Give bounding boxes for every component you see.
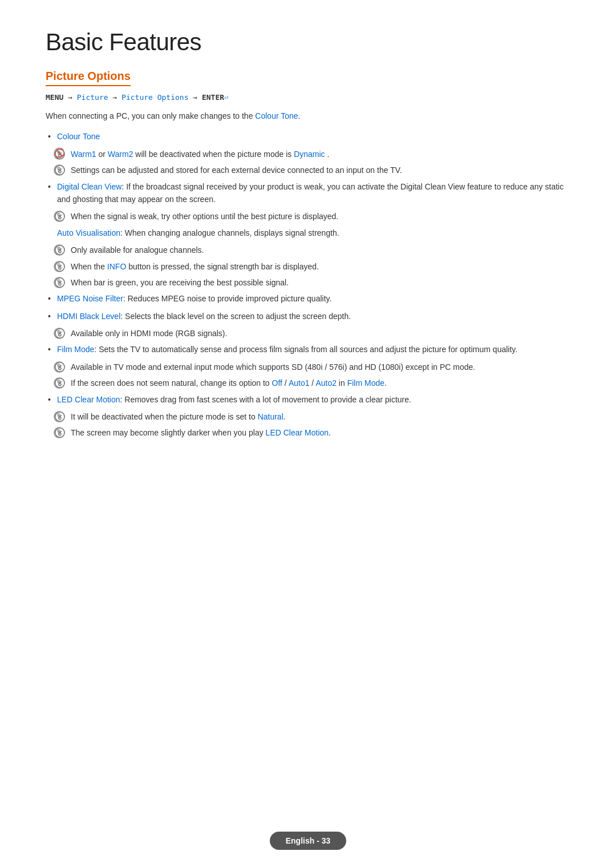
svg-point-16 bbox=[54, 378, 64, 388]
sep1: / bbox=[282, 378, 289, 388]
note-text-film-available: Available in TV mode and external input … bbox=[71, 362, 475, 372]
film-mode-ref-link[interactable]: Film Mode bbox=[347, 378, 384, 388]
intro-period: . bbox=[298, 111, 301, 120]
digital-clean-view-text: : If the broadcast signal received by yo… bbox=[57, 182, 564, 204]
auto-vis-text: : When changing analogue channels, displ… bbox=[120, 228, 339, 237]
auto-vis-link[interactable]: Auto Visualisation bbox=[57, 228, 120, 237]
svg-point-8 bbox=[54, 261, 64, 272]
note-pencil-icon-6 bbox=[54, 277, 65, 288]
bullet-led-clear-motion: LED Clear Motion: Removes drag from fast… bbox=[46, 393, 570, 406]
note-pencil-icon-9 bbox=[54, 377, 65, 389]
intro-text-before: When connecting a PC, you can only make … bbox=[46, 111, 253, 120]
auto2-link[interactable]: Auto2 bbox=[315, 378, 337, 388]
note-deactivated: will be deactivated when the picture mod… bbox=[135, 150, 294, 159]
film-mode-link[interactable]: Film Mode bbox=[57, 345, 94, 354]
auto1-link[interactable]: Auto1 bbox=[289, 378, 310, 388]
note-text-led-darker-before: The screen may become slightly darker wh… bbox=[71, 428, 266, 437]
section-title: Picture Options bbox=[46, 70, 131, 86]
svg-point-14 bbox=[54, 362, 64, 372]
note-bar-green: When bar is green, you are receiving the… bbox=[46, 276, 570, 289]
led-clear-motion-ref-link[interactable]: LED Clear Motion bbox=[266, 428, 329, 437]
svg-point-4 bbox=[54, 211, 64, 221]
svg-point-6 bbox=[54, 245, 64, 255]
note-text-natural-before: If the screen does not seem natural, cha… bbox=[71, 378, 272, 388]
note-period-1: . bbox=[327, 150, 330, 159]
menu-path: MENU → Picture → Picture Options → ENTER… bbox=[46, 93, 570, 102]
note-text-settings: Settings can be adjusted and stored for … bbox=[71, 166, 402, 175]
arrow-icon-2: → bbox=[112, 93, 121, 102]
info-link[interactable]: INFO bbox=[107, 262, 126, 271]
note-film-natural: If the screen does not seem natural, cha… bbox=[46, 377, 570, 389]
dynamic-link[interactable]: Dynamic bbox=[294, 150, 325, 159]
bullet-mpeg-noise: MPEG Noise Filter: Reduces MPEG noise to… bbox=[46, 292, 570, 305]
svg-point-0 bbox=[54, 149, 64, 159]
note-warm1-warm2: 🚫 Warm1 or Warm2 will be deactivated whe… bbox=[46, 148, 570, 160]
note-text-info-before: When the bbox=[71, 262, 107, 271]
intro-colour-tone-link[interactable]: Colour Tone bbox=[255, 111, 298, 120]
arrow-icon: → bbox=[68, 93, 77, 102]
note-pencil-icon-7 bbox=[54, 328, 65, 339]
mpeg-noise-text: : Reduces MPEG noise to provide improved… bbox=[123, 294, 331, 303]
note-info-button: When the INFO button is pressed, the sig… bbox=[46, 260, 570, 273]
note-text-led-darker-end: . bbox=[329, 428, 331, 437]
page-footer: English - 33 bbox=[0, 832, 616, 850]
sep2: / bbox=[309, 378, 315, 388]
note-settings-adjusted: Settings can be adjusted and stored for … bbox=[46, 164, 570, 176]
note-pencil-icon-11 bbox=[54, 427, 65, 438]
bullet-hdmi-black-level: HDMI Black Level: Selects the black leve… bbox=[46, 310, 570, 322]
svg-point-18 bbox=[54, 412, 64, 422]
colour-tone-link[interactable]: Colour Tone bbox=[57, 132, 100, 141]
page-title: Basic Features bbox=[46, 29, 570, 56]
svg-point-2 bbox=[54, 165, 64, 175]
bullet-colour-tone: Colour Tone bbox=[46, 130, 570, 143]
menu-item: MENU bbox=[46, 93, 63, 102]
note-text-signal: When the signal is weak, try other optio… bbox=[71, 212, 338, 221]
arrow-icon-3: → bbox=[193, 93, 202, 102]
hdmi-black-level-text: : Selects the black level on the screen … bbox=[120, 312, 351, 321]
note-text-analogue: Only available for analogue channels. bbox=[71, 245, 204, 255]
film-mode-text: : Sets the TV to automatically sense and… bbox=[94, 345, 517, 354]
natural-link[interactable]: Natural bbox=[258, 412, 283, 421]
intro-paragraph: When connecting a PC, you can only make … bbox=[46, 110, 570, 122]
note-pencil-icon-8 bbox=[54, 361, 65, 373]
note-analogue-only: Only available for analogue channels. bbox=[46, 244, 570, 256]
hdmi-black-level-link[interactable]: HDMI Black Level bbox=[57, 312, 120, 321]
note-text-bar-green: When bar is green, you are receiving the… bbox=[71, 278, 289, 287]
warm2-link[interactable]: Warm2 bbox=[108, 150, 133, 159]
menu-picture: Picture bbox=[77, 93, 108, 102]
bullet-film-mode: Film Mode: Sets the TV to automatically … bbox=[46, 343, 570, 356]
note-pencil-icon-10 bbox=[54, 411, 65, 422]
led-clear-motion-text: : Removes drag from fast scenes with a l… bbox=[120, 395, 411, 404]
note-hdmi-mode: Available only in HDMI mode (RGB signals… bbox=[46, 327, 570, 340]
svg-point-12 bbox=[54, 328, 64, 338]
note-text-hdmi: Available only in HDMI mode (RGB signals… bbox=[71, 329, 227, 338]
note-pencil-icon-3 bbox=[54, 211, 65, 222]
menu-picture-options: Picture Options bbox=[121, 93, 188, 102]
note-text-warm1: Warm1 or Warm2 will be deactivated when … bbox=[71, 150, 329, 159]
enter-symbol: ⏎ bbox=[224, 94, 228, 102]
auto-vis-line: Auto Visualisation: When changing analog… bbox=[46, 227, 570, 239]
note-pencil-icon-2 bbox=[54, 164, 65, 176]
note-led-natural: It will be deactivated when the picture … bbox=[46, 410, 570, 423]
note-text-led-natural-before: It will be deactivated when the picture … bbox=[71, 412, 258, 421]
footer-page-number: English - 33 bbox=[270, 832, 347, 850]
svg-point-10 bbox=[54, 277, 64, 288]
note-pencil-icon-5 bbox=[54, 261, 65, 272]
note-text-led-natural-end: . bbox=[283, 412, 286, 421]
note-pencil-icon-1 bbox=[54, 148, 65, 160]
main-bullet-list: Colour Tone 🚫 Warm1 or Warm2 will be dea… bbox=[46, 130, 570, 439]
led-clear-motion-link[interactable]: LED Clear Motion bbox=[57, 395, 120, 404]
note-led-darker: The screen may become slightly darker wh… bbox=[46, 426, 570, 439]
note-film-available: Available in TV mode and external input … bbox=[46, 361, 570, 373]
off-link[interactable]: Off bbox=[272, 378, 282, 388]
mpeg-noise-link[interactable]: MPEG Noise Filter bbox=[57, 294, 123, 303]
svg-point-20 bbox=[54, 428, 64, 438]
note-pencil-icon-4 bbox=[54, 244, 65, 256]
warm1-link[interactable]: Warm1 bbox=[71, 150, 96, 159]
note-or: or bbox=[98, 150, 107, 159]
menu-enter: ENTER bbox=[202, 93, 224, 102]
bullet-digital-clean-view: Digital Clean View: If the broadcast sig… bbox=[46, 180, 570, 206]
film-mid: in bbox=[337, 378, 347, 388]
digital-clean-view-link[interactable]: Digital Clean View bbox=[57, 182, 121, 191]
note-text-info-after: button is pressed, the signal strength b… bbox=[126, 262, 319, 271]
